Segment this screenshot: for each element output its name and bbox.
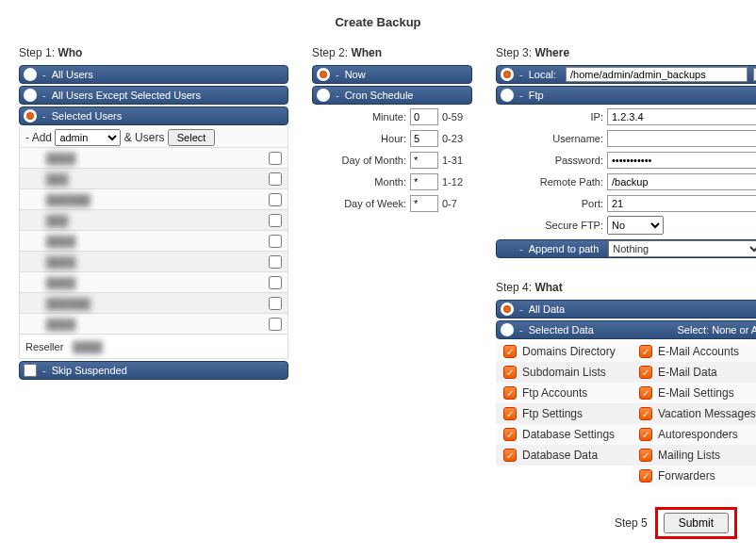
when-option-now[interactable]: - Now	[312, 65, 472, 84]
user-row: ██████	[19, 293, 288, 314]
radio-icon	[24, 109, 37, 123]
user-row: ███	[19, 169, 288, 189]
step3-panel: Step 3: Where - Local: ▴▾ - Ftp IP:Usern…	[496, 46, 756, 486]
user-name: ██████	[46, 298, 90, 309]
ftp-input[interactable]	[607, 173, 756, 190]
check-icon: ✓	[639, 366, 652, 379]
cron-row: Minute:0-59	[312, 106, 472, 127]
who-option-except[interactable]: - All Users Except Selected Users	[19, 86, 288, 105]
check-icon: ✓	[503, 345, 517, 358]
user-checkbox[interactable]	[269, 152, 282, 165]
local-path-input[interactable]	[566, 67, 748, 82]
check-icon: ✓	[503, 366, 517, 379]
what-option-selected[interactable]: - Selected Data Select: None or All	[496, 320, 756, 339]
what-item[interactable]: ✓E-Mail Accounts	[632, 341, 756, 362]
ftp-row: Username:	[496, 128, 756, 149]
ftp-row: IP:	[496, 106, 756, 127]
cron-row: Day of Week:0-7	[312, 193, 472, 214]
radio-icon	[501, 89, 514, 102]
user-name: ███	[46, 215, 68, 226]
cron-input[interactable]	[410, 130, 438, 147]
what-item[interactable]: ✓Database Settings	[496, 424, 632, 445]
who-option-all[interactable]: - All Users	[19, 65, 288, 84]
step2-label: Step 2: When	[312, 46, 472, 59]
user-name: ████	[46, 236, 75, 247]
ftp-input[interactable]	[607, 152, 756, 169]
user-row: ██████	[19, 189, 288, 210]
check-icon: ✓	[639, 449, 652, 462]
where-option-local[interactable]: - Local: ▴▾	[496, 65, 756, 84]
step5-label: Step 5	[615, 516, 648, 530]
cron-input[interactable]	[410, 108, 438, 125]
where-option-ftp[interactable]: - Ftp	[496, 86, 756, 105]
what-option-all[interactable]: - All Data	[496, 300, 756, 319]
ftp-fields: IP:Username:Password:Remote Path:Port:	[496, 106, 756, 214]
secure-ftp-row: Secure FTP: No	[496, 215, 756, 236]
what-item[interactable]: ✓Autoresponders	[632, 424, 756, 445]
what-item[interactable]: ✓Database Data	[496, 445, 632, 466]
check-icon: ✓	[503, 386, 517, 400]
cron-input[interactable]	[410, 173, 438, 190]
reseller-value: ████	[73, 341, 102, 352]
user-checkbox[interactable]	[269, 276, 282, 289]
user-checkbox[interactable]	[269, 235, 282, 248]
submit-button[interactable]: Submit	[664, 513, 729, 533]
ftp-row: Port:	[496, 193, 756, 214]
what-item[interactable]: ✓Subdomain Lists	[496, 362, 632, 383]
check-icon: ✓	[503, 407, 517, 420]
what-item[interactable]: ✓E-Mail Data	[632, 362, 756, 383]
secure-ftp-select[interactable]: No	[607, 216, 664, 235]
what-item[interactable]: ✓Domains Directory	[496, 341, 632, 362]
user-name: ████	[46, 319, 75, 330]
user-checkbox[interactable]	[269, 297, 282, 310]
who-option-selected[interactable]: - Selected Users	[19, 106, 288, 125]
skip-suspended-row[interactable]: - Skip Suspended	[19, 361, 288, 380]
select-users-button[interactable]: Select	[168, 129, 216, 146]
what-item[interactable]: ✓Ftp Settings	[496, 403, 632, 424]
user-row: ████	[19, 148, 288, 169]
what-item[interactable]: ✓E-Mail Settings	[632, 383, 756, 403]
step5-row: Step 5 Submit	[19, 507, 737, 539]
what-item[interactable]: ✓Mailing Lists	[632, 445, 756, 466]
user-checkbox[interactable]	[269, 318, 282, 331]
cron-input[interactable]	[410, 195, 438, 212]
user-name: ████	[46, 277, 75, 288]
ftp-row: Password:	[496, 150, 756, 171]
what-item[interactable]: ✓Forwarders	[632, 466, 756, 486]
ftp-input[interactable]	[607, 130, 756, 147]
user-checkbox[interactable]	[269, 172, 282, 186]
append-path-row[interactable]: - Append to path Nothing	[496, 239, 756, 258]
step3-label: Step 3: Where	[496, 46, 756, 59]
when-option-cron[interactable]: - Cron Schedule	[312, 86, 472, 105]
cron-row: Month:1-12	[312, 172, 472, 192]
check-icon: ✓	[503, 449, 517, 462]
user-checkbox[interactable]	[269, 214, 282, 227]
what-item[interactable]: ✓Ftp Accounts	[496, 383, 632, 403]
what-item[interactable]: ✓Vacation Messages	[632, 403, 756, 424]
user-checkbox[interactable]	[269, 255, 282, 269]
user-checkbox[interactable]	[269, 193, 282, 206]
radio-icon	[317, 89, 330, 102]
radio-icon	[24, 89, 37, 102]
skip-suspended-checkbox[interactable]	[24, 364, 37, 377]
user-name: ██████	[46, 194, 90, 205]
user-row: ████	[19, 252, 288, 272]
radio-icon	[501, 323, 514, 336]
check-icon: ✓	[639, 428, 652, 441]
user-name: ███	[46, 173, 68, 185]
step4-label: Step 4: What	[496, 281, 756, 294]
check-icon: ✓	[639, 386, 652, 400]
ftp-input[interactable]	[607, 108, 756, 125]
cron-row: Day of Month:1-31	[312, 150, 472, 171]
add-user-select[interactable]: admin	[55, 129, 121, 146]
user-row: ████	[19, 272, 288, 293]
step2-panel: Step 2: When - Now - Cron Schedule Minut…	[312, 46, 472, 215]
radio-icon	[501, 68, 514, 81]
cron-input[interactable]	[410, 152, 438, 169]
ftp-input[interactable]	[607, 195, 756, 212]
append-path-select[interactable]: Nothing	[608, 240, 756, 257]
cron-fields: Minute:0-59Hour:0-23Day of Month:1-31Mon…	[312, 106, 472, 214]
step1-panel: Step 1: Who - All Users - All Users Exce…	[19, 46, 288, 382]
user-row: ████	[19, 314, 288, 335]
check-icon: ✓	[503, 428, 517, 441]
